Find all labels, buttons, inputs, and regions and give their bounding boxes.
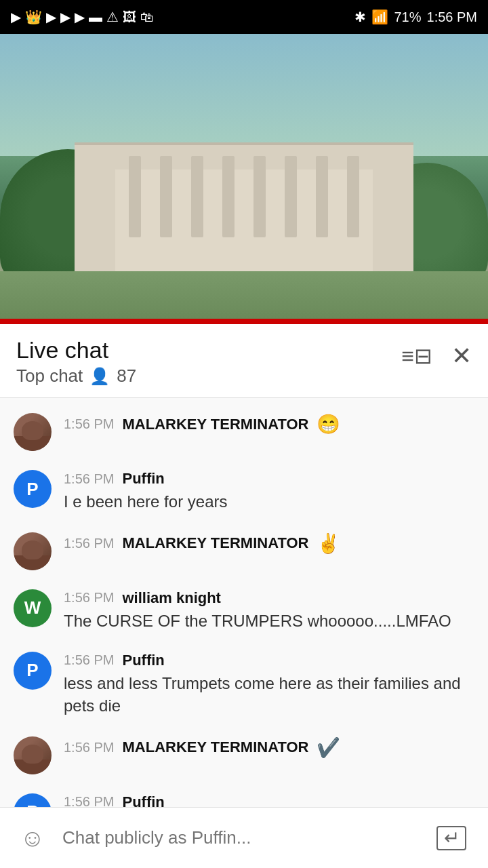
chat-header: Live chat Top chat 👤 87 ≡⊟ ✕ [0,324,488,398]
message-emoji: ✌️ [317,532,340,555]
message-author: Puffin [122,652,164,669]
video-ground [0,271,488,319]
wifi-icon: 📶 [371,9,388,25]
message-time: 1:56 PM [64,416,114,432]
status-bar-notifications: ▶ 👑 ▶ ▶ ▶ ▬ ⚠ 🖼 🛍 [11,9,154,25]
avatar: P [14,470,52,508]
message-emoji: ✔️ [317,736,340,759]
avatar [14,736,52,774]
chat-message: 1:56 PM MALARKEY TERMINATOR ✔️ [0,727,488,784]
top-chat-row: Top chat 👤 87 [16,366,136,387]
message-body: 1:56 PM MALARKEY TERMINATOR 😁 [64,413,474,438]
message-time: 1:56 PM [64,740,114,755]
building-columns [129,156,359,237]
message-body: 1:56 PM william knight The CURSE OF the … [64,589,474,633]
message-author: MALARKEY TERMINATOR [122,534,308,552]
message-time: 1:56 PM [64,590,114,606]
message-author: MALARKEY TERMINATOR [122,738,308,756]
message-meta: 1:56 PM Puffin [64,652,474,669]
message-text: The CURSE OF the TRUMPERS whooooo.....LM… [64,610,474,633]
folder-icon: ▬ [89,9,102,25]
live-chat-title: Live chat [16,338,136,363]
avatar [14,413,52,451]
chat-message: 1:56 PM MALARKEY TERMINATOR ✌️ [0,523,488,580]
time-display: 1:56 PM [427,9,477,25]
viewers-count: 87 [117,366,136,387]
status-bar: ▶ 👑 ▶ ▶ ▶ ▬ ⚠ 🖼 🛍 ✱ 📶 71% 1:56 PM [0,0,488,34]
battery-text: 71% [394,9,421,25]
chat-message: W 1:56 PM william knight The CURSE OF th… [0,580,488,642]
youtube-icon-2: ▶ [46,9,56,25]
close-icon[interactable]: ✕ [451,342,472,370]
message-body: 1:56 PM MALARKEY TERMINATOR ✔️ [64,736,474,762]
top-chat-label: Top chat [16,366,83,387]
warning-icon: ⚠ [106,9,119,25]
message-meta: 1:56 PM MALARKEY TERMINATOR ✔️ [64,736,474,759]
avatar [14,532,52,570]
message-meta: 1:56 PM william knight [64,589,474,607]
message-text: I e been here for years [64,490,474,513]
avatar: W [14,589,52,627]
message-emoji: 😁 [317,413,340,435]
message-time: 1:56 PM [64,536,114,551]
send-icon: ↵ [436,826,466,850]
message-body: 1:56 PM Puffin less and less Trumpets co… [64,652,474,717]
youtube-icon-3: ▶ [60,9,70,25]
video-player[interactable] [0,34,488,319]
youtube-icon: ▶ [11,9,21,25]
avatar: P [14,652,52,690]
message-time: 1:56 PM [64,471,114,487]
message-body: 1:56 PM Puffin I e been here for years [64,470,474,513]
message-author: Puffin [122,470,164,488]
message-author: william knight [122,589,220,607]
bluetooth-icon: ✱ [354,9,366,25]
filter-icon[interactable]: ≡⊟ [401,343,432,369]
chat-message: P 1:56 PM Puffin I e been here for years [0,460,488,523]
chat-message: 1:56 PM MALARKEY TERMINATOR 😁 [0,403,488,460]
chat-header-actions: ≡⊟ ✕ [401,342,472,370]
emoji-icon: ☺ [20,824,45,852]
status-bar-info: ✱ 📶 71% 1:56 PM [354,9,477,25]
viewers-icon: 👤 [89,367,110,386]
image-icon: 🖼 [123,9,136,25]
progress-bar [0,319,488,324]
message-body: 1:56 PM MALARKEY TERMINATOR ✌️ [64,532,474,557]
chat-header-info: Live chat Top chat 👤 87 [16,338,136,387]
message-text: less and less Trumpets come here as thei… [64,672,474,717]
message-author: MALARKEY TERMINATOR [122,416,308,433]
crown-icon: 👑 [25,9,42,25]
chat-message: P 1:56 PM Puffin less and less Trumpets … [0,642,488,727]
emoji-button[interactable]: ☺ [14,819,52,857]
bag-icon: 🛍 [140,9,154,25]
video-sky [0,34,488,156]
message-meta: 1:56 PM MALARKEY TERMINATOR ✌️ [64,532,474,555]
send-button[interactable]: ↵ [428,819,474,857]
message-meta: 1:56 PM MALARKEY TERMINATOR 😁 [64,413,474,435]
message-time: 1:56 PM [64,652,114,668]
youtube-icon-4: ▶ [75,9,85,25]
message-meta: 1:56 PM Puffin [64,470,474,488]
chat-input[interactable] [62,819,418,857]
video-building [75,142,413,278]
chat-input-bar: ☺ ↵ [0,807,488,868]
chat-messages-list: 1:56 PM MALARKEY TERMINATOR 😁 P 1:56 PM … [0,398,488,868]
